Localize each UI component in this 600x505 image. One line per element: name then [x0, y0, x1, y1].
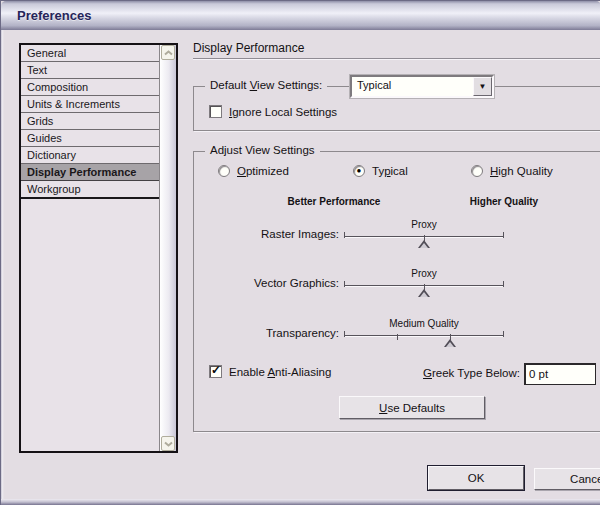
vector-graphics-value: Proxy — [344, 268, 504, 279]
slider-thumb[interactable] — [418, 289, 430, 297]
sidebar-item-guides[interactable]: Guides — [21, 130, 159, 147]
adjust-view-title: Adjust View Settings — [205, 144, 320, 156]
ignore-local-settings-label: Ignore Local Settings — [229, 106, 337, 118]
chevron-up-icon — [164, 50, 173, 56]
raster-images-value: Proxy — [344, 219, 504, 230]
scroll-up-button[interactable] — [161, 45, 175, 60]
enable-anti-aliasing-row: ✓ Enable Anti-Aliasing — [209, 365, 331, 378]
vector-graphics-slider[interactable] — [344, 285, 504, 287]
header-divider — [193, 58, 600, 60]
sidebar-item-dictionary[interactable]: Dictionary — [21, 147, 159, 164]
window-bottom-edge — [1, 499, 600, 505]
enable-anti-aliasing-label: Enable Anti-Aliasing — [229, 366, 331, 378]
radio-high-quality[interactable]: High Quality — [471, 165, 553, 177]
sidebar-item-text[interactable]: Text — [21, 62, 159, 79]
category-scrollbar[interactable] — [159, 45, 176, 451]
page-title: Display Performance — [193, 41, 304, 55]
sidebar-item-grids[interactable]: Grids — [21, 113, 159, 130]
category-list: GeneralTextCompositionUnits & Increments… — [21, 45, 159, 451]
radio-icon — [471, 165, 483, 177]
use-defaults-button[interactable]: Use Defaults — [339, 396, 485, 419]
default-view-label: Default View Settings: — [205, 79, 327, 91]
enable-anti-aliasing-checkbox[interactable]: ✓ — [209, 365, 222, 378]
dropdown-arrow-button[interactable]: ▼ — [473, 77, 492, 96]
vector-graphics-label: Vector Graphics: — [194, 277, 339, 289]
radio-optimized[interactable]: Optimized — [218, 165, 289, 177]
cancel-button[interactable]: Cancel — [534, 468, 600, 490]
window-title: Preferences — [17, 8, 91, 23]
title-bar[interactable]: Preferences — [1, 1, 600, 30]
slider-thumb[interactable] — [418, 240, 430, 248]
dropdown-selected-value: Typical — [357, 79, 391, 91]
adjust-view-group: Adjust View Settings Optimized ● Typical… — [193, 151, 600, 432]
greek-type-below-label: Greek Type Below: — [354, 367, 520, 379]
ignore-local-settings-checkbox[interactable] — [209, 105, 222, 118]
default-view-group: Default View Settings: Typical ▼ Ignore … — [193, 86, 600, 131]
category-listbox: GeneralTextCompositionUnits & Increments… — [19, 43, 178, 453]
radio-typical[interactable]: ● Typical — [353, 165, 408, 177]
greek-type-below-input[interactable] — [524, 363, 596, 385]
better-performance-label: Better Performance — [234, 196, 434, 207]
radio-icon — [218, 165, 230, 177]
transparency-value: Medium Quality — [344, 318, 504, 329]
sidebar-item-general[interactable]: General — [21, 45, 159, 62]
window-left-edge — [1, 30, 4, 505]
sidebar-item-composition[interactable]: Composition — [21, 79, 159, 96]
checkmark-icon: ✓ — [211, 363, 221, 377]
raster-images-slider[interactable] — [344, 236, 504, 238]
chevron-down-icon: ▼ — [479, 83, 487, 91]
default-view-dropdown[interactable]: Typical ▼ — [350, 75, 494, 98]
sidebar-item-workgroup[interactable]: Workgroup — [21, 181, 159, 199]
sidebar-item-display-performance[interactable]: Display Performance — [21, 164, 159, 181]
scroll-down-button[interactable] — [161, 436, 175, 451]
chevron-down-icon — [164, 441, 173, 447]
sidebar-item-units-increments[interactable]: Units & Increments — [21, 96, 159, 113]
transparency-label: Transparency: — [194, 327, 339, 339]
transparency-slider[interactable] — [344, 335, 504, 337]
preferences-dialog: Preferences GeneralTextCompositionUnits … — [0, 0, 600, 505]
radio-icon: ● — [353, 165, 365, 177]
higher-quality-label: Higher Quality — [434, 196, 574, 207]
ignore-local-settings-row: Ignore Local Settings — [209, 105, 337, 118]
ok-button[interactable]: OK — [428, 466, 524, 490]
slider-thumb[interactable] — [444, 339, 456, 347]
raster-images-label: Raster Images: — [194, 228, 339, 240]
